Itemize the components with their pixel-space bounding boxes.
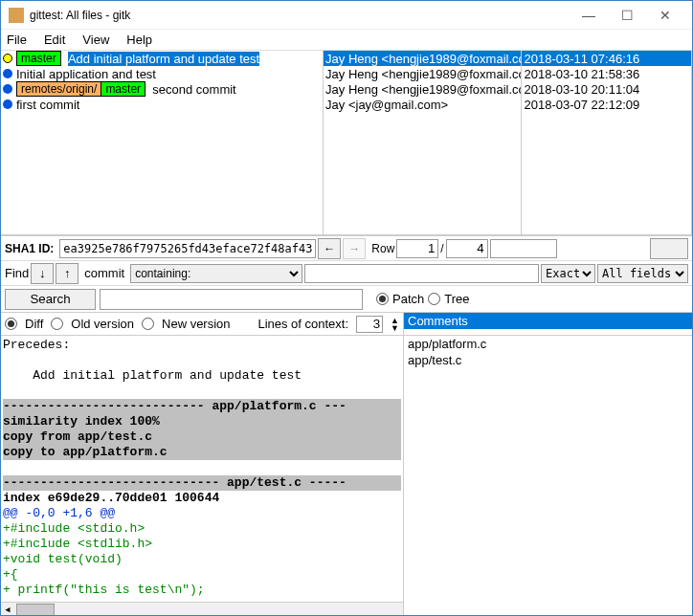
tree-radio[interactable] [428, 293, 440, 305]
sha-bar: SHA1 ID: ← → Row / [1, 236, 692, 261]
find-next-button[interactable]: ↓ [31, 263, 54, 284]
head-node-icon [3, 54, 12, 63]
diff-radio[interactable] [5, 318, 17, 330]
patch-radio[interactable] [376, 293, 389, 305]
search-button[interactable]: Search [5, 289, 96, 310]
view-mode-group: Patch Tree [376, 292, 470, 306]
diff-label: Diff [25, 317, 43, 331]
diff-add-line: + printf("this is test\n"); [3, 583, 401, 598]
author-row: Jay <jay@gmail.com> [324, 97, 521, 112]
commit-node-icon [3, 69, 12, 78]
author-pane[interactable]: Jay Heng <hengjie1989@foxmail.co Jay Hen… [324, 51, 522, 235]
diff-pane[interactable]: Precedes: Add initial platform and updat… [1, 336, 403, 616]
diff-add-line: +#include <stdio.h> [3, 521, 401, 537]
new-radio[interactable] [142, 318, 154, 330]
find-label: Find [5, 266, 29, 280]
file-item[interactable]: app/platform.c [404, 336, 692, 352]
precedes-label: Precedes: [3, 338, 401, 353]
extra-input[interactable] [490, 239, 557, 258]
comments-item[interactable]: Comments [404, 313, 692, 329]
arrow-up-icon: ↑ [64, 266, 71, 280]
horizontal-scrollbar[interactable]: ◂ [1, 602, 403, 616]
file-item[interactable]: app/test.c [404, 352, 692, 368]
row-current-input[interactable] [396, 239, 438, 258]
menubar: File Edit View Help [1, 30, 692, 51]
close-button[interactable]: ✕ [646, 2, 684, 29]
arrow-right-icon: → [348, 242, 360, 255]
author-row: Jay Heng <hengjie1989@foxmail.co [324, 81, 521, 97]
arrow-left-icon: ← [324, 242, 335, 255]
row-separator: / [440, 242, 443, 255]
lines-label: Lines of context: [257, 317, 348, 331]
branch-tag[interactable]: master [16, 51, 61, 66]
remote-tag[interactable]: remotes/origin/ [16, 81, 101, 97]
hunk-header: @@ -0,0 +1,6 @@ [3, 506, 401, 521]
old-radio[interactable] [51, 318, 63, 330]
maximize-button[interactable]: ☐ [608, 2, 646, 29]
menu-view[interactable]: View [82, 33, 109, 47]
date-row: 2018-03-10 21:58:36 [522, 66, 691, 81]
diff-options-bar: Diff Old version New version Lines of co… [1, 313, 403, 336]
sha-input[interactable] [59, 239, 316, 258]
find-commit-label: commit [84, 266, 124, 280]
index-line: index e69de29..70dde01 100644 [3, 491, 401, 506]
arrow-down-icon: ↓ [39, 266, 46, 280]
window-title: gittest: All files - gitk [30, 9, 570, 22]
copy-from-line: copy from app/test.c [3, 429, 401, 445]
find-type-select[interactable]: containing: [130, 264, 302, 283]
commit-node-icon [3, 99, 12, 109]
search-input[interactable] [100, 289, 363, 310]
diff-add-line: +void test(void) [3, 552, 401, 567]
find-prev-button[interactable]: ↑ [56, 263, 78, 284]
author-row: Jay Heng <hengjie1989@foxmail.co [324, 51, 521, 66]
date-row: 2018-03-07 22:12:09 [522, 97, 691, 112]
commit-node-icon [3, 84, 12, 94]
date-row: 2018-03-11 07:46:16 [522, 51, 691, 66]
new-label: New version [162, 317, 231, 331]
app-icon [9, 8, 24, 23]
row-total-input [446, 239, 488, 258]
back-button[interactable]: ← [318, 238, 341, 259]
find-match-select[interactable]: Exact [541, 264, 595, 283]
scroll-thumb[interactable] [16, 604, 55, 617]
diff-add-line: +{ [3, 567, 401, 583]
file-list-pane[interactable]: app/platform.c app/test.c [403, 336, 692, 616]
file-separator: ----------------------------- app/test.c… [3, 475, 401, 491]
diff-add-line: +#include <stdlib.h> [3, 537, 401, 552]
commit-message: Initial application and test [16, 67, 156, 81]
forward-button[interactable]: → [343, 238, 366, 259]
minimize-button[interactable]: — [570, 2, 608, 29]
date-row: 2018-03-10 20:11:04 [522, 81, 691, 97]
spinner-arrows-icon[interactable]: ▲▼ [391, 317, 399, 332]
author-row: Jay Heng <hengjie1989@foxmail.co [324, 66, 521, 81]
patch-label: Patch [392, 292, 424, 306]
titlebar: gittest: All files - gitk — ☐ ✕ [1, 1, 692, 30]
commit-list-pane[interactable]: master Add initial platform and update t… [1, 51, 324, 235]
commit-message: first commit [16, 98, 79, 112]
commit-message: second commit [152, 82, 235, 97]
file-list-header: Comments [403, 313, 692, 336]
find-fields-select[interactable]: All fields [597, 264, 688, 283]
date-pane[interactable]: 2018-03-11 07:46:16 2018-03-10 21:58:36 … [522, 51, 692, 235]
menu-edit[interactable]: Edit [44, 33, 65, 47]
scroll-left-icon[interactable]: ◂ [1, 603, 14, 617]
commit-row[interactable]: first commit [1, 97, 323, 112]
tree-label: Tree [444, 292, 469, 306]
commit-message: Add initial platform and update test [68, 52, 259, 66]
find-bar: Find ↓ ↑ commit containing: Exact All fi… [1, 261, 692, 286]
menu-help[interactable]: Help [126, 33, 152, 47]
commit-row[interactable]: Initial application and test [1, 66, 323, 81]
similarity-line: similarity index 100% [3, 414, 401, 429]
branch-tag[interactable]: master [101, 81, 145, 97]
commit-row[interactable]: remotes/origin/master second commit [1, 81, 323, 97]
menu-file[interactable]: File [7, 33, 27, 47]
commit-msg-line: Add initial platform and update test [3, 368, 401, 384]
find-input[interactable] [304, 264, 539, 283]
copy-to-line: copy to app/platform.c [3, 445, 401, 460]
old-label: Old version [71, 317, 134, 331]
row-label: Row [371, 242, 394, 255]
commit-row[interactable]: master Add initial platform and update t… [1, 51, 323, 66]
blank-button[interactable] [650, 238, 688, 259]
lines-spinner[interactable] [356, 316, 383, 333]
search-bar: Search Patch Tree [1, 286, 692, 313]
